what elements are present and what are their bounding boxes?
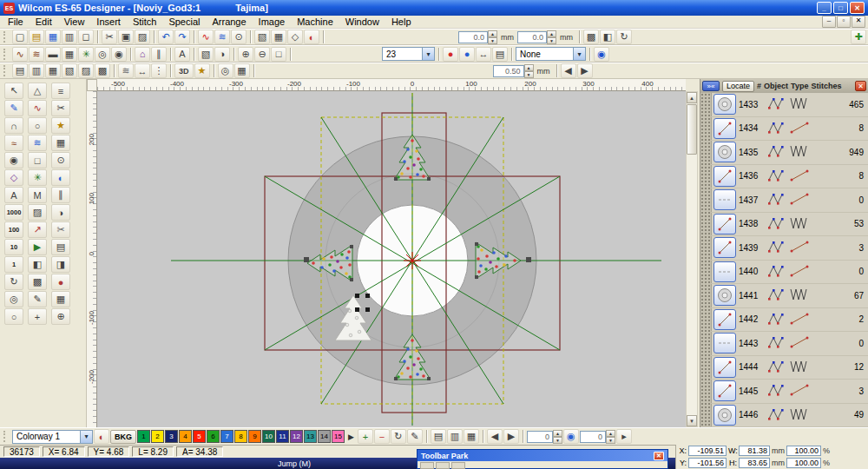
cycle-colors-icon[interactable]: ↻ <box>391 429 406 444</box>
pos-x-field[interactable]: 0.0▲▼ <box>458 30 497 43</box>
cut-icon[interactable]: ✂ <box>102 30 117 44</box>
underlay-icon[interactable]: ≋ <box>118 63 134 78</box>
stitch-spacing-field[interactable]: 0.50▲▼ <box>493 64 534 77</box>
pos-x-field-value[interactable]: 0.0 <box>458 31 488 43</box>
run-stitch-icon[interactable]: ∿ <box>198 30 214 44</box>
thread-chart-icon[interactable]: ▤ <box>492 47 508 62</box>
toolbar-grip[interactable] <box>3 65 8 76</box>
view-3d-button[interactable]: 3D <box>174 63 194 78</box>
object-icon-cell[interactable] <box>713 166 736 187</box>
menu-view[interactable]: View <box>58 17 91 27</box>
show-hoop-icon[interactable]: ◇ <box>287 30 303 44</box>
background-color-button[interactable]: BKG <box>110 430 136 444</box>
polygon-select-tool[interactable]: △ <box>28 83 47 99</box>
design-canvas[interactable] <box>97 91 686 427</box>
spin-down-icon[interactable]: ▼ <box>553 437 562 444</box>
overview-window-icon[interactable]: ▦ <box>464 429 479 444</box>
print-icon[interactable]: ▥ <box>62 30 77 44</box>
pull-compensation-icon[interactable]: ↔ <box>135 63 150 78</box>
stitch-pattern-5-icon[interactable]: ▨ <box>78 63 94 78</box>
motif-style-combo[interactable]: None▾ <box>516 47 586 61</box>
stitch-pattern-2-icon[interactable]: ▥ <box>29 63 44 78</box>
child-restore-button[interactable]: ▫ <box>837 16 851 28</box>
knife-tool[interactable]: ✂ <box>51 100 70 116</box>
swap-colors-icon[interactable]: ↔ <box>476 47 491 62</box>
minimize-button[interactable]: _ <box>817 2 832 14</box>
satin-tool[interactable]: ≋ <box>28 135 47 151</box>
object-row-1445[interactable]: 14453 <box>711 380 868 404</box>
stitch-pattern-3-icon[interactable]: ▦ <box>45 63 61 78</box>
mirror-icon[interactable]: ◧ <box>600 30 615 44</box>
parked-button[interactable] <box>436 462 450 469</box>
dropdown-arrow-icon[interactable]: ▾ <box>80 430 93 444</box>
print-preview-icon[interactable]: ◻ <box>78 30 94 44</box>
digitize-spiral-icon[interactable]: ◉ <box>111 47 127 62</box>
spin-down-icon[interactable]: ▼ <box>524 71 534 78</box>
remove-color-icon[interactable]: − <box>374 429 390 444</box>
locate-button[interactable]: Locate <box>722 81 754 92</box>
palette-color-6[interactable]: 6 <box>207 430 220 443</box>
scrollbar-thumb[interactable] <box>687 104 697 155</box>
colorway-settings-icon[interactable]: ◐ <box>94 429 109 444</box>
palette-color-14[interactable]: 14 <box>318 430 331 443</box>
rect-tool[interactable]: □ <box>28 152 47 168</box>
mirror-h-tool[interactable]: ◧ <box>28 256 47 273</box>
menu-image[interactable]: Image <box>253 17 292 27</box>
object-row-1433[interactable]: 1433465 <box>711 93 868 117</box>
spinner[interactable]: ▲▼ <box>524 64 534 77</box>
object-row-1436[interactable]: 14368 <box>711 165 868 189</box>
toolbar-grip[interactable] <box>3 49 8 60</box>
menu-edit[interactable]: Edit <box>30 17 58 27</box>
object-row-1435[interactable]: 1435949 <box>711 141 868 165</box>
redo-icon[interactable]: ↷ <box>174 30 190 44</box>
fusion-fill-icon[interactable]: ▧ <box>254 30 270 44</box>
palette-color-11[interactable]: 11 <box>276 430 289 443</box>
spiral-tool[interactable]: ◎ <box>4 291 23 307</box>
object-icon-cell[interactable] <box>713 142 736 162</box>
star-tool[interactable]: ★ <box>51 117 70 134</box>
object-icon-cell[interactable] <box>713 357 736 378</box>
panel-close-icon[interactable]: ✕ <box>855 81 866 91</box>
color-object-icon[interactable]: ◐ <box>304 30 319 44</box>
menu-insert[interactable]: Insert <box>90 17 127 27</box>
effects-icon[interactable]: ★ <box>194 63 210 78</box>
dropdown-arrow-icon[interactable]: ▾ <box>573 47 586 61</box>
backdrop-icon[interactable]: ▧ <box>198 47 214 62</box>
toolbar-grip[interactable] <box>3 431 8 442</box>
lettering-icon[interactable]: A <box>174 47 190 62</box>
toolbar-park-titlebar[interactable]: Toolbar Park ✕ <box>418 450 667 461</box>
spin-down-icon[interactable]: ▼ <box>488 37 497 44</box>
measure-tool[interactable]: ≡ <box>51 83 70 99</box>
pos-y-field[interactable]: 0.0▲▼ <box>517 30 556 43</box>
array-tool[interactable]: ▩ <box>28 274 47 290</box>
travel-end-icon[interactable]: ▶ <box>577 63 593 78</box>
child-minimize-button[interactable]: – <box>822 16 836 28</box>
object-row-1437[interactable]: 14370 <box>711 188 868 213</box>
x-coordinate-field[interactable]: -109.51 <box>688 446 727 456</box>
satin-stitch-icon[interactable]: ≋ <box>214 30 230 44</box>
globe-tool[interactable]: ◐ <box>51 169 70 186</box>
spin-down-icon[interactable]: ▼ <box>547 37 556 44</box>
menu-machine[interactable]: Machine <box>291 17 339 27</box>
stitch-1000-button[interactable]: 1000 <box>4 204 23 221</box>
object-icon-cell[interactable] <box>713 333 736 353</box>
object-row-1440[interactable]: 14400 <box>711 261 868 285</box>
expand-toolbar-icon[interactable]: ▸ <box>616 429 632 444</box>
palette-color-10[interactable]: 10 <box>262 430 275 443</box>
zoom-tool[interactable]: ⊕ <box>51 308 70 325</box>
zoom-in-icon[interactable]: ⊕ <box>238 47 253 62</box>
object-row-1443[interactable]: 14430 <box>711 332 868 356</box>
palette-color-9[interactable]: 9 <box>248 430 261 443</box>
film-tool[interactable]: ▤ <box>51 239 70 255</box>
paste-icon[interactable]: ▨ <box>135 30 150 44</box>
object-row-1434[interactable]: 14348 <box>711 117 868 142</box>
object-row-1442[interactable]: 14422 <box>711 308 868 333</box>
digitize-motif-icon[interactable]: ✳ <box>78 47 94 62</box>
reshape-tool[interactable]: ✎ <box>4 100 23 116</box>
child-close-button[interactable]: ✕ <box>852 16 865 28</box>
object-icon-cell[interactable] <box>713 380 736 401</box>
spinner[interactable]: ▲▼ <box>547 30 556 43</box>
menu-help[interactable]: Help <box>385 17 418 27</box>
digitize-run-icon[interactable]: ∿ <box>12 47 28 62</box>
palette-color-15[interactable]: 15 <box>332 430 345 443</box>
